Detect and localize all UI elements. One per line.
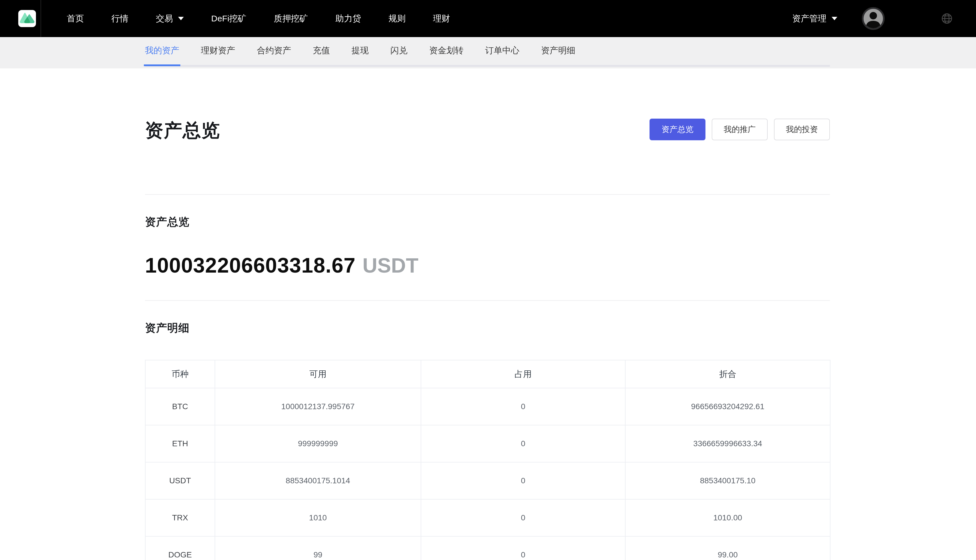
top-navbar: 首页 行情 交易 DeFi挖矿 质押挖矿 助力贷 规则 理财 资产管理 xyxy=(0,0,976,37)
available-value: 999999999 xyxy=(215,425,421,462)
coin-name: BTC xyxy=(145,388,215,425)
details-section-title: 资产明细 xyxy=(145,321,830,335)
converted-value: 99.00 xyxy=(625,536,830,560)
frozen-value: 0 xyxy=(421,499,625,536)
total-asset-amount: 100032206603318.67 xyxy=(145,253,356,277)
tab-wealth-assets[interactable]: 理财资产 xyxy=(201,45,235,57)
available-value: 8853400175.1014 xyxy=(215,462,421,499)
tab-my-assets[interactable]: 我的资产 xyxy=(145,45,179,57)
table-row: BTC 1000012137.995767 0 96656693204292.6… xyxy=(145,388,830,425)
main-nav: 首页 行情 交易 DeFi挖矿 质押挖矿 助力贷 规则 理财 xyxy=(67,13,450,25)
avatar[interactable] xyxy=(862,7,885,30)
coin-name: USDT xyxy=(145,462,215,499)
divider xyxy=(145,300,830,301)
nav-item-home[interactable]: 首页 xyxy=(67,13,84,25)
converted-value: 96656693204292.61 xyxy=(625,388,830,425)
col-header-available: 可用 xyxy=(215,360,421,388)
navbar-right: 资产管理 xyxy=(792,7,976,30)
nav-item-trade-label: 交易 xyxy=(156,13,173,25)
chevron-down-icon xyxy=(832,17,837,20)
globe-icon[interactable] xyxy=(941,12,953,25)
asset-management-label: 资产管理 xyxy=(792,13,826,25)
table-row: ETH 999999999 0 3366659996633.34 xyxy=(145,425,830,462)
col-header-frozen: 占用 xyxy=(421,360,625,388)
overview-section: 资产总览 100032206603318.67 USDT xyxy=(145,215,830,277)
available-value: 99 xyxy=(215,536,421,560)
table-row: USDT 8853400175.1014 0 8853400175.10 xyxy=(145,462,830,499)
tab-order-center[interactable]: 订单中心 xyxy=(485,45,520,57)
frozen-value: 0 xyxy=(421,425,625,462)
col-header-coin: 币种 xyxy=(145,360,215,388)
nav-item-rules[interactable]: 规则 xyxy=(388,13,406,25)
chevron-down-icon xyxy=(178,17,184,20)
overview-section-title: 资产总览 xyxy=(145,215,830,229)
nav-item-wealth[interactable]: 理财 xyxy=(433,13,450,25)
asset-table: 币种 可用 占用 折合 BTC 1000012137.995767 0 9665… xyxy=(145,360,831,560)
tab-deposit[interactable]: 充值 xyxy=(313,45,330,57)
frozen-value: 0 xyxy=(421,462,625,499)
available-value: 1010 xyxy=(215,499,421,536)
my-promotion-button[interactable]: 我的推广 xyxy=(712,118,768,140)
my-investment-button[interactable]: 我的投资 xyxy=(774,118,830,140)
asset-overview-button[interactable]: 资产总览 xyxy=(650,118,705,140)
table-row: TRX 1010 0 1010.00 xyxy=(145,499,830,536)
tab-contract-assets[interactable]: 合约资产 xyxy=(257,45,291,57)
frozen-value: 0 xyxy=(421,388,625,425)
tab-asset-detail[interactable]: 资产明细 xyxy=(541,45,575,57)
converted-value: 8853400175.10 xyxy=(625,462,830,499)
table-row: DOGE 99 0 99.00 xyxy=(145,536,830,560)
converted-value: 3366659996633.34 xyxy=(625,425,830,462)
table-header-row: 币种 可用 占用 折合 xyxy=(145,360,830,388)
main-content: 资产总览 资产总览 我的推广 我的投资 资产总览 100032206603318… xyxy=(145,118,830,560)
divider xyxy=(145,194,830,195)
page-actions: 资产总览 我的推广 我的投资 xyxy=(650,118,830,140)
tab-fund-transfer[interactable]: 资金划转 xyxy=(429,45,463,57)
coin-name: ETH xyxy=(145,425,215,462)
nav-item-defi-mining[interactable]: DeFi挖矿 xyxy=(211,13,246,25)
navbar-divider xyxy=(40,0,41,37)
converted-value: 1010.00 xyxy=(625,499,830,536)
details-section: 资产明细 币种 可用 占用 折合 BTC 1000012137.995767 xyxy=(145,321,830,560)
user-icon xyxy=(864,9,883,28)
frozen-value: 0 xyxy=(421,536,625,560)
tab-withdraw[interactable]: 提现 xyxy=(352,45,369,57)
nav-item-loan[interactable]: 助力贷 xyxy=(335,13,361,25)
tab-flash-swap[interactable]: 闪兑 xyxy=(390,45,408,57)
asset-management-menu[interactable]: 资产管理 xyxy=(792,13,837,25)
page: 首页 行情 交易 DeFi挖矿 质押挖矿 助力贷 规则 理财 资产管理 xyxy=(0,0,976,560)
nav-item-markets[interactable]: 行情 xyxy=(111,13,129,25)
col-header-converted: 折合 xyxy=(625,360,830,388)
mountain-logo-icon xyxy=(20,12,35,25)
coin-name: TRX xyxy=(145,499,215,536)
nav-item-staking[interactable]: 质押挖矿 xyxy=(274,13,308,25)
subnav-tabs: 我的资产 理财资产 合约资产 充值 提现 闪兑 资金划转 订单中心 资产明细 xyxy=(145,37,830,68)
brand-logo[interactable] xyxy=(18,10,36,27)
total-asset-currency: USDT xyxy=(363,254,418,277)
asset-subnav: 我的资产 理财资产 合约资产 充值 提现 闪兑 资金划转 订单中心 资产明细 xyxy=(0,37,976,68)
page-title: 资产总览 xyxy=(145,118,220,143)
total-assets: 100032206603318.67 USDT xyxy=(145,253,830,277)
available-value: 1000012137.995767 xyxy=(215,388,421,425)
nav-item-trade[interactable]: 交易 xyxy=(156,13,184,25)
coin-name: DOGE xyxy=(145,536,215,560)
